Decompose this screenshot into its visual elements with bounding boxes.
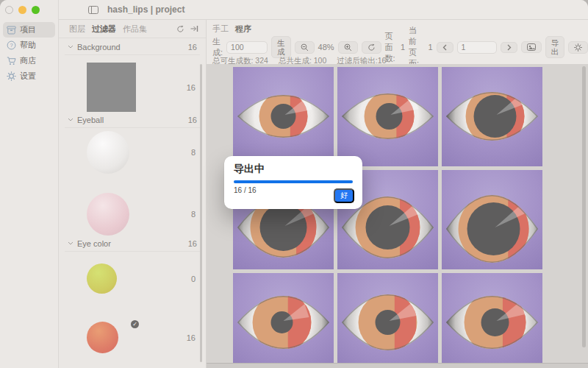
chevron-down-icon <box>68 118 74 121</box>
layer-section-background[interactable]: Background16 <box>65 39 200 55</box>
layer-item[interactable]: 0 <box>65 263 200 294</box>
layer-section-eye-color[interactable]: Eye color16 <box>65 236 200 252</box>
layer-thumbnail-sphere[interactable] <box>87 193 129 236</box>
panel-tabs: 图层过滤器作品集 <box>59 20 206 38</box>
sidebar-item-2[interactable]: 商店 <box>3 53 55 68</box>
export-button[interactable]: 导出 <box>545 36 565 58</box>
current-page-label: 当前页面: <box>409 25 424 69</box>
zoom-level: 48% <box>318 43 334 52</box>
layer-thumbnail-sphere[interactable] <box>87 263 117 294</box>
zoom-in-button[interactable] <box>338 41 358 54</box>
close-window-button[interactable] <box>5 6 13 14</box>
layer-item-count: 0 <box>191 275 200 283</box>
minimize-window-button[interactable] <box>18 6 26 14</box>
panel-tab-2[interactable]: 作品集 <box>123 24 147 35</box>
layer-thumbnail-square[interactable] <box>87 63 136 112</box>
main-tabs: 手工程序 <box>207 20 588 38</box>
artwork-tile-2[interactable] <box>337 67 438 166</box>
photo-icon <box>527 43 536 51</box>
sidebar-item-1[interactable]: ?帮助 <box>3 38 55 53</box>
current-page-value: 1 <box>428 43 432 52</box>
artwork-tile-1[interactable] <box>233 67 334 166</box>
layer-section-eyeball[interactable]: Eyeball16 <box>65 112 200 128</box>
export-modal: 导出中 16 / 16 好 <box>224 156 362 209</box>
zoom-window-button[interactable] <box>32 6 40 14</box>
help-icon: ? <box>7 40 16 50</box>
layers-panel: 图层过滤器作品集 Background1616Eyeball1688Eye co… <box>59 20 207 368</box>
preview-image-button[interactable] <box>521 41 542 53</box>
refresh-button[interactable] <box>362 41 381 54</box>
generate-label: 生成: <box>212 36 223 58</box>
main-tab-1[interactable]: 程序 <box>235 24 251 35</box>
panel-tab-1[interactable]: 过滤器 <box>92 24 116 35</box>
section-count: 16 <box>188 43 197 52</box>
section-name: Eyeball <box>77 116 104 124</box>
gear-icon <box>574 43 582 52</box>
gear-icon <box>7 71 16 81</box>
artwork-tile-6[interactable] <box>442 170 542 269</box>
artwork-tile-3[interactable] <box>442 67 542 166</box>
layer-item-count: 8 <box>191 148 200 157</box>
window-title: hash_lips | project <box>107 4 184 15</box>
sidebar-toggle-icon[interactable] <box>88 6 98 14</box>
sidebar-item-0[interactable]: 项目 <box>3 22 55 38</box>
app-window: 项目?帮助商店设置 hash_lips | project 图层过滤器作品集 B… <box>0 0 588 368</box>
layer-thumbnail-sphere[interactable] <box>87 322 118 353</box>
main-tab-0[interactable]: 手工 <box>212 24 229 35</box>
artwork-tile-9[interactable] <box>442 273 542 363</box>
section-count: 16 <box>188 239 197 248</box>
panel-tab-0[interactable]: 图层 <box>69 24 85 35</box>
settings-button[interactable] <box>568 41 588 54</box>
artwork-tile-7[interactable] <box>233 273 334 363</box>
next-page-button[interactable] <box>501 42 517 53</box>
export-progress-bar <box>234 180 353 183</box>
layer-item-count: 16 <box>187 333 200 342</box>
chevron-right-icon <box>506 44 512 51</box>
artwork-tile-8[interactable] <box>337 273 438 363</box>
modal-title: 导出中 <box>224 156 362 176</box>
selected-check-icon: ✓ <box>131 320 139 328</box>
artwork-grid <box>233 67 542 363</box>
sidebar: 项目?帮助商店设置 <box>0 0 59 368</box>
panel-body: Background1616Eyeball1688Eye color16016 <box>59 39 206 368</box>
sidebar-items: 项目?帮助商店设置 <box>3 22 55 84</box>
cart-icon <box>7 56 16 66</box>
ok-button[interactable]: 好 <box>334 188 354 203</box>
panel-scrollbar[interactable] <box>200 64 202 362</box>
traffic-lights <box>5 6 40 14</box>
toolbar: 生成: 生成 48% 页面数: 1 当前页面: 1 <box>207 38 588 68</box>
collapse-panel-icon[interactable] <box>190 25 198 33</box>
main-vertical-scrollbar[interactable] <box>582 66 586 347</box>
sidebar-item-3[interactable]: 设置 <box>3 68 55 84</box>
zoom-out-icon <box>301 43 309 52</box>
layer-item[interactable]: 16 <box>65 63 200 112</box>
chevron-left-icon <box>442 44 448 51</box>
prev-page-button[interactable] <box>437 42 453 53</box>
refresh-icon[interactable] <box>176 25 184 33</box>
projects-icon <box>7 25 16 35</box>
sidebar-item-label: 帮助 <box>20 40 36 51</box>
main-horizontal-scrollbar[interactable] <box>207 363 588 368</box>
section-name: Background <box>77 43 121 52</box>
zoom-in-icon <box>344 43 352 52</box>
preview-canvas <box>207 64 588 363</box>
progress-fill <box>234 180 353 183</box>
pages-label: 页面数: <box>385 31 397 64</box>
chevron-down-icon <box>68 241 74 245</box>
layer-thumbnail-sphere[interactable] <box>87 131 129 174</box>
sidebar-item-label: 商店 <box>20 55 36 66</box>
chevron-down-icon <box>68 45 74 49</box>
generate-count-input[interactable] <box>226 41 268 54</box>
layer-item-count: 8 <box>191 210 200 219</box>
refresh-icon <box>368 43 376 52</box>
section-count: 16 <box>188 116 197 124</box>
svg-text:?: ? <box>10 42 12 49</box>
generate-button[interactable]: 生成 <box>271 36 291 58</box>
layer-item[interactable]: 8 <box>65 193 200 236</box>
page-number-input[interactable] <box>457 41 497 54</box>
section-name: Eye color <box>77 239 111 248</box>
zoom-out-button[interactable] <box>295 41 315 54</box>
layer-item-count: 16 <box>187 83 200 92</box>
progress-count: 16 / 16 <box>234 186 257 194</box>
layer-item[interactable]: 8 <box>65 131 200 174</box>
